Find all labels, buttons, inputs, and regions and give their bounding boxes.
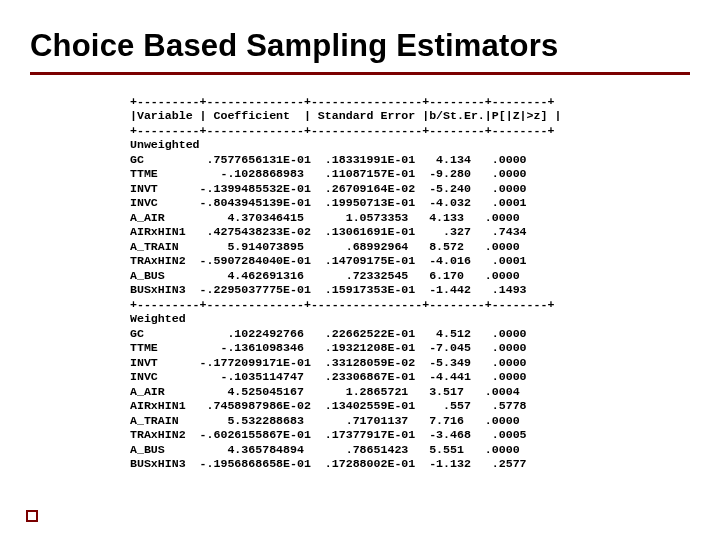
estimates-table: +---------+--------------+--------------… xyxy=(130,95,606,472)
title-underline xyxy=(30,72,690,75)
ascii-table: +---------+--------------+--------------… xyxy=(130,95,606,472)
slide-title: Choice Based Sampling Estimators xyxy=(30,28,690,64)
slide-footer-marker xyxy=(26,510,38,522)
